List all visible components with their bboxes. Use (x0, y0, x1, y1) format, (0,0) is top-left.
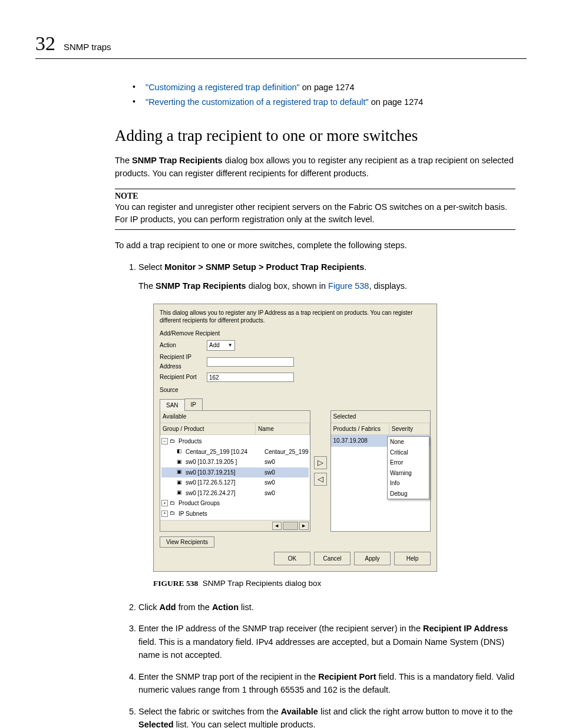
section-label: Add/Remove Recipient (160, 329, 431, 338)
expand-icon[interactable]: + (161, 510, 168, 517)
tree-label: Product Groups (178, 499, 220, 508)
dual-list: Available Group / Product Name − 🗀 (160, 410, 431, 532)
text: Enter the SNMP trap port of the recipien… (138, 672, 318, 681)
tree-item[interactable]: ▣ sw0 [172.26.5.127] sw0 (161, 477, 309, 488)
step-item: Select the fabric or switches from the A… (138, 705, 515, 728)
dialog-snmp-trap-recipients: This dialog allows you to register any I… (153, 304, 437, 572)
action-label: Action (160, 341, 207, 350)
tree-group[interactable]: + 🗀 IP Subnets (161, 509, 309, 519)
view-recipients-row: View Recipients (160, 538, 431, 547)
severity-option[interactable]: Info (388, 478, 429, 489)
recipient-ip-input[interactable] (207, 357, 294, 367)
severity-dropdown[interactable]: None Critical Error Warning Info Debug (387, 436, 429, 499)
text-bold: Selected (138, 720, 174, 728)
col-severity: Severity (389, 423, 430, 435)
recipient-ip-label: Recipient IP Address (160, 353, 207, 371)
step-item: Click Add from the Action list. (138, 601, 515, 614)
step-sub-paragraph: The SNMP Trap Recipients dialog box, sho… (138, 279, 515, 292)
section-heading: Adding a trap recipient to one or more s… (115, 127, 515, 145)
text: Select the fabric or switches from the (138, 707, 281, 716)
folder-icon: 🗀 (170, 509, 177, 518)
available-tree[interactable]: − 🗀 Products ◧ Centaur_25_199 [10.24 Cen… (160, 435, 310, 520)
scroll-left-icon[interactable]: ◀ (272, 522, 282, 530)
header-title: SNMP traps (64, 42, 111, 53)
text: , displays. (369, 281, 406, 291)
severity-option[interactable]: Error (388, 457, 429, 468)
folder-icon: 🗀 (170, 437, 177, 446)
apply-button[interactable]: Apply (354, 552, 391, 566)
text-bold: SNMP Trap Recipients (132, 156, 223, 165)
text: Select (138, 262, 164, 272)
col-name: Name (256, 423, 309, 435)
text: Click (138, 602, 159, 612)
bullet-text: on page 1274 (369, 97, 424, 107)
scroll-right-icon[interactable]: ▶ (299, 522, 309, 530)
step-item: Select Monitor > SNMP Setup > Product Tr… (138, 261, 515, 590)
intro-paragraph: The SNMP Trap Recipients dialog box allo… (115, 154, 515, 180)
note-box: NOTE You can register and unregister oth… (115, 189, 515, 230)
col-products-fabrics: Products / Fabrics (331, 423, 389, 435)
figure-caption: FIGURE 538 SNMP Trap Recipients dialog b… (153, 578, 515, 590)
link-customizing[interactable]: "Customizing a registered trap definitio… (146, 83, 300, 92)
tree-label: sw0 [172.26.5.127] (186, 478, 262, 487)
tree-item[interactable]: ◧ Centaur_25_199 [10.24 Centaur_25_199 (161, 447, 309, 457)
tree-value: sw0 (262, 489, 275, 498)
tree-label: sw0 [10.37.19.205 ] (186, 457, 262, 467)
help-button[interactable]: Help (394, 552, 431, 566)
transfer-buttons: ▷ ◁ (314, 410, 327, 532)
text: . (364, 262, 366, 272)
selected-ip: 10.37.19.208 (331, 435, 389, 447)
available-header: Available (160, 411, 310, 423)
available-columns: Group / Product Name (160, 423, 310, 436)
text: list. You can select multiple products. (174, 720, 316, 728)
severity-option[interactable]: Critical (388, 447, 429, 458)
steps-list: Select Monitor > SNMP Setup > Product Tr… (115, 261, 515, 728)
tree-item[interactable]: ▣ sw0 [10.37.19.205 ] sw0 (161, 457, 309, 467)
tree-root[interactable]: − 🗀 Products (161, 436, 309, 447)
col-group-product: Group / Product (160, 423, 256, 435)
bullet-text: on page 1274 (300, 83, 355, 92)
move-left-button[interactable]: ◁ (314, 473, 327, 486)
text: Enter the IP address of the SNMP trap re… (138, 624, 423, 633)
text: dialog box, shown in (246, 281, 328, 291)
tab-san[interactable]: SAN (160, 399, 185, 411)
severity-option[interactable]: None (388, 437, 429, 447)
page-header: 32 SNMP traps (35, 32, 527, 59)
port-row: Recipient Port 162 (160, 373, 431, 382)
severity-option[interactable]: Warning (388, 468, 429, 479)
tree-item[interactable]: ▣ sw0 [172.26.24.27] sw0 (161, 488, 309, 499)
lead-paragraph: To add a trap recipient to one or more s… (115, 239, 515, 252)
severity-option[interactable]: Debug (388, 489, 429, 499)
text: from the (176, 602, 212, 612)
switch-icon: ▣ (177, 489, 184, 497)
action-dropdown[interactable]: Add ▼ (207, 340, 235, 351)
scroll-track[interactable] (283, 522, 298, 530)
tab-ip[interactable]: IP (184, 398, 203, 411)
tree-item-selected[interactable]: ▣ sw0 [10.37.19.215] sw0 (161, 467, 309, 478)
tree-value: sw0 (262, 478, 275, 487)
step-item: Enter the SNMP trap port of the recipien… (138, 670, 515, 697)
text: field. This is a mandatory field. IPv4 a… (138, 637, 504, 660)
selected-header: Selected (331, 411, 430, 423)
expand-icon[interactable]: + (161, 500, 168, 506)
recipient-port-label: Recipient Port (160, 373, 207, 382)
tree-group[interactable]: + 🗀 Product Groups (161, 498, 309, 509)
bullet-list: "Customizing a registered trap definitio… (133, 80, 515, 109)
figure-link[interactable]: Figure 538 (328, 281, 369, 291)
switch-icon: ▣ (177, 479, 184, 487)
move-right-button[interactable]: ▷ (314, 456, 327, 469)
collapse-icon[interactable]: − (161, 438, 168, 444)
recipient-port-input[interactable]: 162 (207, 373, 294, 382)
text-bold: Add (159, 602, 176, 612)
link-reverting[interactable]: "Reverting the customization of a regist… (146, 97, 369, 107)
source-tabs: SAN IP (160, 398, 431, 411)
text: The (115, 156, 132, 165)
text-bold: Recipient Port (318, 672, 376, 681)
scrollbar-horizontal[interactable]: ◀ ▶ (160, 520, 310, 531)
view-recipients-button[interactable]: View Recipients (160, 536, 214, 548)
cancel-button[interactable]: Cancel (314, 552, 351, 566)
available-panel: Available Group / Product Name − 🗀 (160, 410, 310, 532)
switch-icon: ▣ (177, 458, 184, 466)
ok-button[interactable]: OK (274, 552, 310, 566)
source-label: Source (160, 386, 431, 395)
